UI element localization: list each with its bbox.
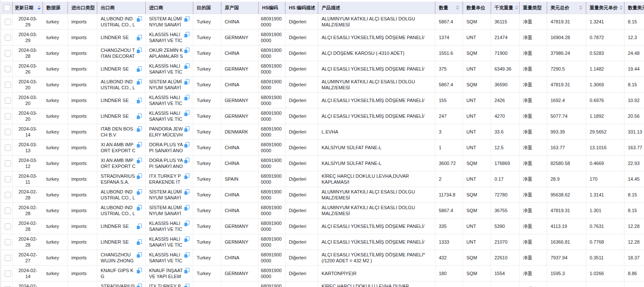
cell-source: turkey xyxy=(43,77,68,93)
row-checkbox[interactable] xyxy=(5,97,11,104)
col-label-importer: 进口商 xyxy=(149,5,163,11)
copy-icon[interactable] xyxy=(184,79,189,85)
copy-icon[interactable] xyxy=(137,79,142,85)
row-checkbox[interactable] xyxy=(5,223,11,230)
copy-icon[interactable] xyxy=(137,252,142,258)
copy-icon[interactable] xyxy=(137,205,142,210)
table-row[interactable]: 2024-02-28turkeyimportsALUBOND INDUSTRIA… xyxy=(1,187,644,203)
col-header-kg-weight[interactable]: 千克重量 xyxy=(491,2,520,14)
table-row[interactable]: 2024-03-29turkeyimportsLINDNER SEKLASSİS… xyxy=(1,30,644,45)
sort-icon[interactable] xyxy=(579,6,582,10)
copy-icon[interactable] xyxy=(137,224,142,229)
table-row[interactable]: 2024-03-11turkeyimportsSTRADIVARIUS ESPA… xyxy=(1,171,644,187)
copy-icon[interactable] xyxy=(137,48,142,53)
copy-icon[interactable] xyxy=(184,32,189,37)
table-row[interactable]: 2024-03-12turkeyimportsXI AN AMB IMPORT … xyxy=(1,156,644,171)
row-checkbox[interactable] xyxy=(5,145,11,151)
col-header-quantity[interactable]: 数量 xyxy=(435,2,463,14)
cell-usd-per-weight: 1.301 xyxy=(586,203,624,219)
copy-icon[interactable] xyxy=(184,221,189,226)
sort-icon[interactable] xyxy=(515,6,518,10)
table-row[interactable]: 2024-02-28turkeyimportsLINDNER SEKLASSİS… xyxy=(1,234,644,250)
row-checkbox[interactable] xyxy=(5,34,11,41)
copy-icon[interactable] xyxy=(137,189,142,195)
row-checkbox[interactable] xyxy=(5,207,11,214)
row-checkbox[interactable] xyxy=(5,270,11,277)
exporter-name: LINDNER SE xyxy=(101,66,136,72)
cell-kg-weight: 22610 xyxy=(491,250,520,266)
copy-icon[interactable] xyxy=(137,173,142,179)
copy-icon[interactable] xyxy=(137,16,142,22)
cell-quantity: 5867.4 xyxy=(435,14,463,30)
copy-icon[interactable] xyxy=(184,158,189,163)
table-row[interactable]: 2024-02-14turkeyimportsKNAUF GIPS KGKNAU… xyxy=(1,266,644,281)
sort-icon[interactable] xyxy=(37,6,41,10)
table-row[interactable]: 2024-03-13turkeyimportsXI AN AMB IMPORT … xyxy=(1,140,644,156)
row-checkbox[interactable] xyxy=(5,50,11,57)
select-all-checkbox[interactable] xyxy=(4,5,10,11)
copy-icon[interactable] xyxy=(137,142,142,148)
row-checkbox[interactable] xyxy=(5,176,11,182)
cell-destination: Turkey xyxy=(193,187,221,203)
copy-icon[interactable] xyxy=(184,189,189,195)
copy-icon[interactable] xyxy=(184,284,189,287)
copy-icon[interactable] xyxy=(184,16,189,22)
cell-exporter: CHANGZHOU TITAN DECORATION MATERIAL xyxy=(97,45,146,61)
cell-hs-code: 680919000000 xyxy=(259,219,285,234)
cell-trade-type: imports xyxy=(68,156,97,171)
copy-icon[interactable] xyxy=(137,284,142,287)
table-row[interactable]: 2024-02-28turkeyimportsLINDNER SEKLASSİS… xyxy=(1,219,644,234)
copy-icon[interactable] xyxy=(184,95,189,100)
table-row[interactable]: 2024-02-12turkeyimportsSTRADIVARIUS ESPA… xyxy=(1,281,644,287)
col-header-usd-per-weight[interactable]: 重量美元单价 xyxy=(586,2,624,14)
copy-icon[interactable] xyxy=(137,158,142,163)
cell-exporter: CHANGZHOU WUJIN ZHONGTIAN COMPUTER xyxy=(97,250,146,266)
cell-destination: Turkey xyxy=(193,93,221,108)
copy-icon[interactable] xyxy=(184,48,189,53)
cell-quantity-unit: UNT xyxy=(463,281,491,287)
copy-icon[interactable] xyxy=(184,173,189,179)
row-checkbox[interactable] xyxy=(5,160,11,167)
row-checkbox[interactable] xyxy=(5,255,11,261)
table-row[interactable]: 2024-03-26turkeyimportsLINDNER SEKLASSİS… xyxy=(1,61,644,77)
copy-icon[interactable] xyxy=(184,63,189,69)
row-checkbox[interactable] xyxy=(5,19,11,25)
cell-product: L.EVHA xyxy=(318,124,435,140)
copy-icon[interactable] xyxy=(137,239,142,245)
row-checkbox[interactable] xyxy=(5,239,11,245)
cell-hs-desc: Diğerleri xyxy=(285,140,318,156)
copy-icon[interactable] xyxy=(137,35,142,40)
copy-icon[interactable] xyxy=(137,126,142,132)
table-row[interactable]: 2024-02-27turkeyimportsCHANGZHOU WUJIN Z… xyxy=(1,250,644,266)
table-row[interactable]: 2024-03-20turkeyimportsLINDNER SEKLASSİS… xyxy=(1,93,644,108)
sort-icon[interactable] xyxy=(456,6,459,10)
table-row[interactable]: 2024-02-28turkeyimportsALUBOND INDUSTRIA… xyxy=(1,203,644,219)
table-row[interactable]: 2024-03-20turkeyimportsLINDNER SEKLASSİS… xyxy=(1,108,644,124)
row-checkbox[interactable] xyxy=(5,66,11,72)
row-checkbox[interactable] xyxy=(5,82,11,88)
copy-icon[interactable] xyxy=(137,66,142,72)
copy-icon[interactable] xyxy=(184,126,189,132)
copy-icon[interactable] xyxy=(184,252,189,258)
copy-icon[interactable] xyxy=(184,111,189,116)
copy-icon[interactable] xyxy=(137,268,142,273)
copy-icon[interactable] xyxy=(137,98,142,103)
cell-kg-weight: 0.17 xyxy=(491,281,520,287)
sort-icon[interactable] xyxy=(619,6,623,10)
copy-icon[interactable] xyxy=(184,268,189,273)
row-checkbox[interactable] xyxy=(5,113,11,119)
copy-icon[interactable] xyxy=(137,114,142,119)
table-row[interactable]: 2024-03-29turkeyimportsALUBOND INDUSTRIA… xyxy=(1,14,644,30)
table-row[interactable]: 2024-03-20turkeyimportsALUBOND INDUSTRIA… xyxy=(1,77,644,93)
cell-kg-weight: 4270 xyxy=(491,108,520,124)
col-header-date[interactable]: 更新日期 xyxy=(13,2,43,14)
table-row[interactable]: 2024-03-14turkeyimportsITAB DEN BOSCH B.… xyxy=(1,124,644,140)
copy-icon[interactable] xyxy=(184,142,189,148)
col-header-usd-total[interactable]: 美元总价 xyxy=(547,2,586,14)
row-checkbox[interactable] xyxy=(5,129,11,135)
copy-icon[interactable] xyxy=(184,205,189,210)
cell-exporter: LINDNER SE xyxy=(97,30,146,45)
row-checkbox[interactable] xyxy=(5,192,11,198)
copy-icon[interactable] xyxy=(184,236,189,242)
table-row[interactable]: 2024-03-28turkeyimportsCHANGZHOU TITAN D… xyxy=(1,45,644,61)
